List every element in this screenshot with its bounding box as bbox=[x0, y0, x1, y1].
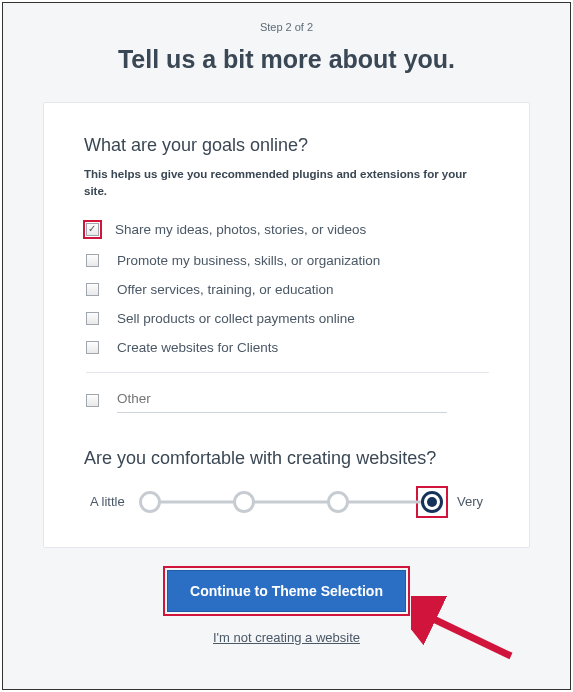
goal-option-services[interactable]: Offer services, training, or education bbox=[86, 275, 489, 304]
comfort-slider: A little Very bbox=[84, 491, 489, 513]
slider-label-right: Very bbox=[457, 494, 483, 509]
goal-option-promote[interactable]: Promote my business, skills, or organiza… bbox=[86, 246, 489, 275]
option-label: Promote my business, skills, or organiza… bbox=[117, 253, 380, 268]
goals-options: Share my ideas, photos, stories, or vide… bbox=[86, 213, 489, 420]
option-label: Create websites for Clients bbox=[117, 340, 278, 355]
checkbox-icon bbox=[86, 283, 99, 296]
goals-question-title: What are your goals online? bbox=[84, 135, 489, 156]
page-title: Tell us a bit more about you. bbox=[3, 45, 570, 74]
checkbox-icon bbox=[86, 254, 99, 267]
skip-link[interactable]: I'm not creating a website bbox=[3, 630, 570, 645]
slider-node-2[interactable] bbox=[233, 491, 255, 513]
slider-node-4[interactable] bbox=[421, 491, 443, 513]
step-indicator: Step 2 of 2 bbox=[3, 3, 570, 33]
checkbox-icon bbox=[86, 312, 99, 325]
checkbox-icon bbox=[86, 223, 99, 236]
slider-label-left: A little bbox=[90, 494, 125, 509]
comfort-question-title: Are you comfortable with creating websit… bbox=[84, 448, 489, 469]
other-input[interactable] bbox=[117, 389, 447, 413]
option-label: Share my ideas, photos, stories, or vide… bbox=[115, 222, 366, 237]
goals-question-subtitle: This helps us give you recommended plugi… bbox=[84, 166, 489, 201]
slider-node-1[interactable] bbox=[139, 491, 161, 513]
continue-button[interactable]: Continue to Theme Selection bbox=[167, 570, 406, 612]
form-card: What are your goals online? This helps u… bbox=[43, 102, 530, 548]
goal-option-clients[interactable]: Create websites for Clients bbox=[86, 333, 489, 362]
option-label: Offer services, training, or education bbox=[117, 282, 334, 297]
checkbox-icon bbox=[86, 394, 99, 407]
goal-option-sell[interactable]: Sell products or collect payments online bbox=[86, 304, 489, 333]
slider-node-3[interactable] bbox=[327, 491, 349, 513]
option-label: Sell products or collect payments online bbox=[117, 311, 355, 326]
checkbox-icon bbox=[86, 341, 99, 354]
goal-option-other[interactable] bbox=[86, 372, 489, 420]
goal-option-share[interactable]: Share my ideas, photos, stories, or vide… bbox=[86, 213, 489, 246]
